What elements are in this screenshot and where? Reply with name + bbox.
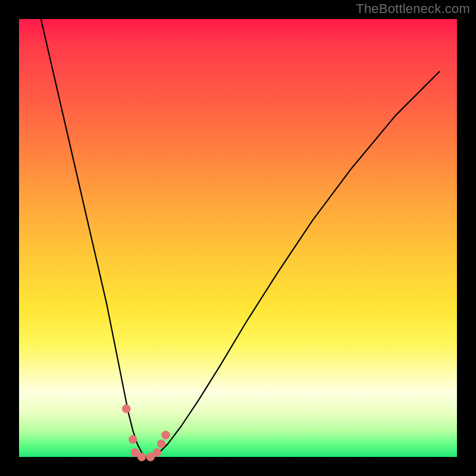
curve-path [41,19,440,457]
plot-area [19,19,457,457]
marker [162,431,170,439]
watermark-text: TheBottleneck.com [356,1,470,17]
marker [137,453,146,461]
curve-markers [122,405,170,461]
bottleneck-curve [19,19,457,457]
marker [157,440,165,448]
marker [153,449,161,457]
chart-frame: TheBottleneck.com [0,0,476,476]
marker [122,405,130,413]
marker [129,436,137,444]
